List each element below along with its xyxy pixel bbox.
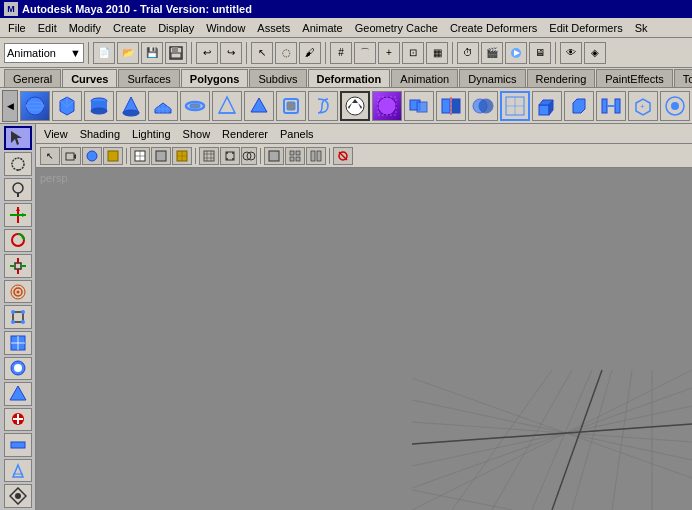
tab-deformation[interactable]: Deformation bbox=[308, 69, 391, 87]
extra-btn-5[interactable] bbox=[4, 433, 32, 457]
shelf-icon-mirror-cut[interactable] bbox=[436, 91, 466, 121]
vp-menu-shading[interactable]: Shading bbox=[76, 127, 124, 141]
snap-curve-btn[interactable]: ⌒ bbox=[354, 42, 376, 64]
history-btn[interactable]: ⏱ bbox=[457, 42, 479, 64]
tab-dynamics[interactable]: Dynamics bbox=[459, 69, 525, 87]
vp-menu-lighting[interactable]: Lighting bbox=[128, 127, 175, 141]
tab-polygons[interactable]: Polygons bbox=[181, 69, 249, 87]
vp-filmgate-btn[interactable] bbox=[220, 147, 240, 165]
vp-undo-view-btn[interactable] bbox=[241, 147, 257, 165]
extra-btn-6[interactable] bbox=[4, 459, 32, 483]
menu-geometry-cache[interactable]: Geometry Cache bbox=[349, 20, 444, 36]
save-as-btn[interactable] bbox=[165, 42, 187, 64]
shelf-icon-pyramid[interactable] bbox=[244, 91, 274, 121]
new-scene-btn[interactable]: 📄 bbox=[93, 42, 115, 64]
shelf-icon-pipe[interactable] bbox=[276, 91, 306, 121]
shelf-prev-btn[interactable]: ◀ bbox=[2, 90, 18, 122]
extra-btn-3[interactable] bbox=[4, 382, 32, 406]
vp-menu-panels[interactable]: Panels bbox=[276, 127, 318, 141]
tab-general[interactable]: General bbox=[4, 69, 61, 87]
tab-subdivs[interactable]: Subdivs bbox=[249, 69, 306, 87]
vp-texture-btn[interactable] bbox=[172, 147, 192, 165]
vp-menu-view[interactable]: View bbox=[40, 127, 72, 141]
shelf-icon-extrude[interactable] bbox=[532, 91, 562, 121]
3d-viewport[interactable]: persp bbox=[36, 168, 692, 510]
isolate-btn[interactable]: ◈ bbox=[584, 42, 606, 64]
scale-tool-btn[interactable] bbox=[4, 254, 32, 278]
snap-grid-btn[interactable]: # bbox=[330, 42, 352, 64]
shelf-icon-bridge[interactable] bbox=[596, 91, 626, 121]
extra-btn-4[interactable] bbox=[4, 408, 32, 432]
shelf-icon-torus[interactable] bbox=[180, 91, 210, 121]
menu-window[interactable]: Window bbox=[200, 20, 251, 36]
show-hide-btn[interactable]: 👁 bbox=[560, 42, 582, 64]
tab-rendering[interactable]: Rendering bbox=[527, 69, 596, 87]
shelf-icon-combine[interactable] bbox=[404, 91, 434, 121]
menu-create[interactable]: Create bbox=[107, 20, 152, 36]
paint-sel-btn[interactable]: 🖌 bbox=[299, 42, 321, 64]
tab-surfaces[interactable]: Surfaces bbox=[118, 69, 179, 87]
shelf-icon-soccer[interactable] bbox=[340, 91, 370, 121]
shelf-icon-append-poly[interactable]: + bbox=[628, 91, 658, 121]
vp-layout-side[interactable] bbox=[306, 147, 326, 165]
tab-animation[interactable]: Animation bbox=[391, 69, 458, 87]
extra-btn-1[interactable] bbox=[4, 331, 32, 355]
soft-mod-btn[interactable] bbox=[4, 280, 32, 304]
shelf-icon-cube[interactable] bbox=[52, 91, 82, 121]
ipr-btn[interactable] bbox=[505, 42, 527, 64]
select-tool-btn[interactable] bbox=[4, 126, 32, 150]
shelf-icon-boolean[interactable] bbox=[468, 91, 498, 121]
menu-create-deformers[interactable]: Create Deformers bbox=[444, 20, 543, 36]
vp-smooth-btn[interactable] bbox=[151, 147, 171, 165]
render-btn[interactable]: 🎬 bbox=[481, 42, 503, 64]
shelf-icon-subdiv-sphere[interactable] bbox=[372, 91, 402, 121]
menu-animate[interactable]: Animate bbox=[296, 20, 348, 36]
menu-assets[interactable]: Assets bbox=[251, 20, 296, 36]
vp-wireframe-btn[interactable] bbox=[130, 147, 150, 165]
shelf-icon-fill-hole[interactable] bbox=[660, 91, 690, 121]
shelf-icon-prism[interactable] bbox=[212, 91, 242, 121]
animation-dropdown[interactable]: Animation ▼ bbox=[4, 43, 84, 63]
display-render-btn[interactable]: 🖥 bbox=[529, 42, 551, 64]
snap-surface-btn[interactable]: ▦ bbox=[426, 42, 448, 64]
snap-view-btn[interactable]: ⊡ bbox=[402, 42, 424, 64]
paint-select-btn[interactable] bbox=[4, 178, 32, 202]
select-btn[interactable]: ↖ bbox=[251, 42, 273, 64]
vp-menu-renderer[interactable]: Renderer bbox=[218, 127, 272, 141]
rotate-tool-btn[interactable] bbox=[4, 229, 32, 253]
vp-scene-btn[interactable] bbox=[82, 147, 102, 165]
tab-painteffects[interactable]: PaintEffects bbox=[596, 69, 673, 87]
shelf-icon-bevel[interactable] bbox=[564, 91, 594, 121]
menu-edit[interactable]: Edit bbox=[32, 20, 63, 36]
tab-curves[interactable]: Curves bbox=[62, 69, 117, 87]
shelf-icon-subdiv[interactable] bbox=[500, 91, 530, 121]
extra-btn-2[interactable] bbox=[4, 357, 32, 381]
show-manip-btn[interactable] bbox=[4, 305, 32, 329]
lasso-tool-btn[interactable] bbox=[4, 152, 32, 176]
shelf-icon-cylinder[interactable] bbox=[84, 91, 114, 121]
open-btn[interactable]: 📂 bbox=[117, 42, 139, 64]
menu-file[interactable]: File bbox=[2, 20, 32, 36]
vp-layout-1[interactable] bbox=[264, 147, 284, 165]
vp-hide-btn[interactable] bbox=[333, 147, 353, 165]
vp-menu-show[interactable]: Show bbox=[179, 127, 215, 141]
menu-modify[interactable]: Modify bbox=[63, 20, 107, 36]
save-btn[interactable]: 💾 bbox=[141, 42, 163, 64]
vp-layout-4[interactable] bbox=[285, 147, 305, 165]
shelf-icon-cone[interactable] bbox=[116, 91, 146, 121]
bottom-tool-btn[interactable] bbox=[4, 484, 32, 508]
menu-edit-deformers[interactable]: Edit Deformers bbox=[543, 20, 628, 36]
undo-btn[interactable]: ↩ bbox=[196, 42, 218, 64]
move-tool-btn[interactable] bbox=[4, 203, 32, 227]
vp-camera-btn[interactable] bbox=[61, 147, 81, 165]
tab-toon[interactable]: Toon bbox=[674, 69, 692, 87]
lasso-btn[interactable]: ◌ bbox=[275, 42, 297, 64]
vp-obj-details-btn[interactable] bbox=[103, 147, 123, 165]
shelf-icon-sphere[interactable] bbox=[20, 91, 50, 121]
redo-btn[interactable]: ↪ bbox=[220, 42, 242, 64]
shelf-icon-plane[interactable] bbox=[148, 91, 178, 121]
snap-point-btn[interactable]: + bbox=[378, 42, 400, 64]
menu-sk[interactable]: Sk bbox=[629, 20, 654, 36]
shelf-icon-helix[interactable] bbox=[308, 91, 338, 121]
vp-grid-btn[interactable] bbox=[199, 147, 219, 165]
